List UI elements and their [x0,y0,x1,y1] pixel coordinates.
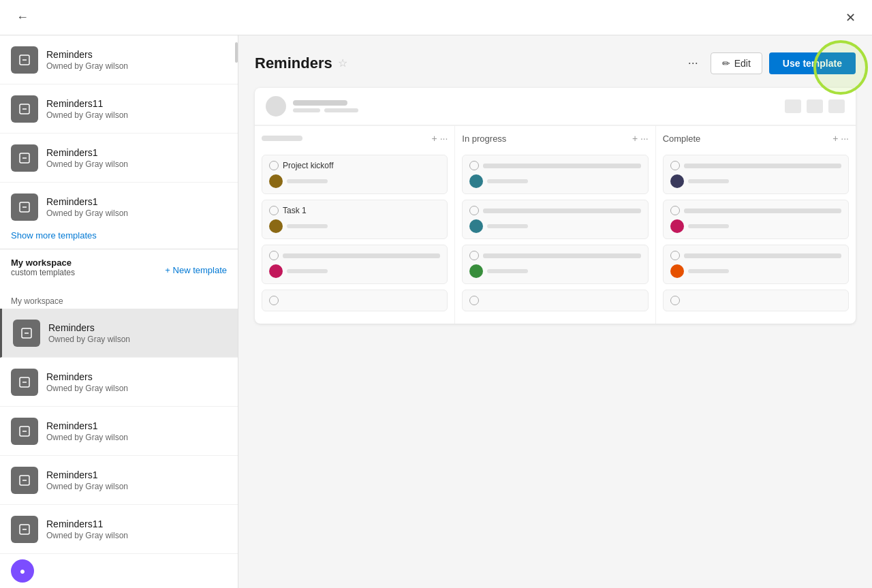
task-name-bar-col-complete-0 [684,164,841,168]
task-avatar-col-complete-2 [670,264,684,278]
task-card-col-complete-1 [663,200,849,239]
task-card-col-complete-2 [663,245,849,284]
close-button[interactable]: ✕ [840,7,861,28]
task-card-col-default-0: Project kickoff [262,155,448,194]
task-check-col-in-progress-2 [469,251,479,260]
custom-item-c-reminders11-1[interactable]: Reminders11Owned by Gray wilson [0,505,238,554]
preview-column-col-complete: Complete+ ··· [656,126,856,324]
custom-name-c-reminders11-1: Reminders11 [46,519,128,529]
template-owner-reminders1-2: Owned by Gray wilson [46,208,128,218]
sidebar-item-reminders1-2[interactable]: Reminders1Owned by Gray wilson [0,183,238,222]
edit-icon: ✏ [722,58,730,69]
col-actions-col-complete[interactable]: + ··· [832,133,849,144]
task-card-col-in-progress-1 [462,200,648,239]
custom-owner-c-reminders-2: Owned by Gray wilson [46,384,128,393]
custom-item-c-reminders-1[interactable]: RemindersOwned by Gray wilson [0,309,238,358]
task-avatar-col-default-0 [269,174,283,188]
task-meta-bar-col-default-1 [287,224,328,228]
show-more-templates[interactable]: Show more templates [0,222,238,249]
task-avatar-col-in-progress-1 [469,219,483,233]
col-header-col-in-progress: In progress+ ··· [462,133,648,148]
custom-owner-c-reminders-1: Owned by Gray wilson [48,335,130,344]
custom-item-c-reminders-2[interactable]: RemindersOwned by Gray wilson [0,358,238,407]
empty-task-col-in-progress-3 [462,290,648,311]
preview-sub-bar-1 [293,108,320,112]
custom-name-c-reminders1-2: Reminders1 [46,469,128,480]
task-avatar-col-in-progress-2 [469,264,483,278]
task-avatar-col-in-progress-0 [469,174,483,188]
task-meta-bar-col-in-progress-1 [487,224,528,228]
task-name-bar-col-complete-2 [684,253,841,258]
preview-card: + ···Project kickoffTask 1In progress+ ·… [255,88,856,324]
task-card-col-complete-0 [663,155,849,194]
custom-icon-c-reminders1-1 [11,418,38,445]
col-header-col-complete: Complete+ ··· [663,133,849,148]
workspace-label: My workspace [0,294,238,309]
custom-templates-subtitle: custom templates [11,268,75,277]
star-icon[interactable]: ☆ [338,57,347,69]
template-owner-reminders1-1: Owned by Gray wilson [46,159,128,169]
preview-card-header [255,88,856,125]
preview-columns: + ···Project kickoffTask 1In progress+ ·… [255,125,856,324]
task-meta-bar-col-in-progress-2 [487,269,528,273]
empty-task-col-complete-3 [663,290,849,311]
user-avatar[interactable]: ● [11,559,34,583]
task-card-col-default-2 [262,245,448,284]
task-check-col-default-0 [269,161,279,170]
col-title-col-in-progress: In progress [462,134,506,144]
custom-item-c-reminders1-2[interactable]: Reminders1Owned by Gray wilson [0,456,238,505]
edit-button[interactable]: ✏ Edit [711,52,762,74]
task-card-col-in-progress-0 [462,155,648,194]
col-actions-col-in-progress[interactable]: + ··· [632,133,649,144]
template-owner-reminders-1: Owned by Gray wilson [46,61,128,71]
sidebar-item-reminders11-1[interactable]: Reminders11Owned by Gray wilson [0,84,238,134]
template-owner-reminders11-1: Owned by Gray wilson [46,110,128,120]
custom-icon-c-reminders-1 [13,320,40,347]
sidebar-item-reminders1-1[interactable]: Reminders1Owned by Gray wilson [0,134,238,183]
preview-column-col-in-progress: In progress+ ··· [455,126,655,324]
task-avatar-col-default-2 [269,264,283,278]
task-check-col-complete-0 [670,161,680,170]
preview-header-btn-3 [828,99,845,113]
back-button[interactable]: ← [11,7,34,27]
task-meta-bar-col-in-progress-0 [487,179,528,183]
col-header-col-default: + ··· [262,133,448,148]
template-icon-reminders11-1 [11,95,38,123]
custom-owner-c-reminders1-1: Owned by Gray wilson [46,433,128,442]
custom-templates-title: My workspace [11,258,75,268]
custom-name-c-reminders1-1: Reminders1 [46,420,128,431]
task-avatar-col-default-1 [269,219,283,233]
task-meta-bar-col-default-2 [287,269,328,273]
task-meta-bar-col-complete-1 [688,224,729,228]
top-bar: ← ✕ [0,0,872,35]
custom-owner-c-reminders11-1: Owned by Gray wilson [46,531,128,540]
task-meta-bar-col-complete-2 [688,269,729,273]
task-check-col-in-progress-0 [469,161,479,170]
edit-label: Edit [734,58,751,69]
col-title-col-complete: Complete [663,134,701,144]
preview-title-bar [293,100,347,106]
preview-avatar [266,96,286,117]
template-name-reminders1-2: Reminders1 [46,196,128,207]
empty-task-col-default-3 [262,290,448,311]
template-name-reminders11-1: Reminders11 [46,98,128,109]
custom-item-c-reminders1-1[interactable]: Reminders1Owned by Gray wilson [0,407,238,456]
preview-sub-bar-2 [324,108,358,112]
task-meta-bar-col-default-0 [287,179,328,183]
template-icon-reminders-1 [11,46,38,74]
task-name-bar-col-in-progress-2 [483,253,640,258]
task-check-col-default-1 [269,206,279,215]
preview-header-btn-1 [785,99,801,113]
custom-icon-c-reminders-2 [11,369,38,396]
new-template-button[interactable]: + New template [165,265,227,275]
task-avatar-col-complete-1 [670,219,684,233]
more-options-button[interactable]: ··· [683,52,704,74]
custom-name-c-reminders-2: Reminders [46,371,128,382]
use-template-button[interactable]: Use template [769,52,856,74]
template-header: Reminders ☆ ··· ✏ Edit Use template [255,52,856,74]
sidebar-item-reminders-1[interactable]: RemindersOwned by Gray wilson [0,35,238,84]
col-actions-col-default[interactable]: + ··· [432,133,448,144]
task-check-col-complete-1 [670,206,680,215]
task-check-col-in-progress-1 [469,206,479,215]
task-card-col-default-1: Task 1 [262,200,448,239]
